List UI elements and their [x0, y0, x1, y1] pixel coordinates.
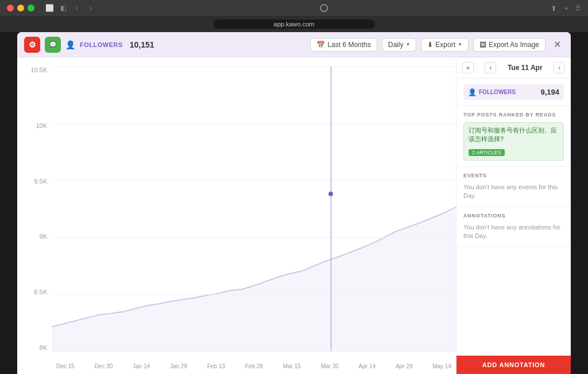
top-posts-section: TOP POSTS RANKED BY READS 订阅号和服务号有什么区别、应… [457, 106, 571, 167]
events-empty-text: You don't have any events for this Day. [463, 183, 564, 201]
date-range-btn[interactable]: 📅 Last 6 Months [310, 38, 377, 52]
address-bar[interactable]: app.kawo.com [214, 20, 374, 29]
y-label-95k: 9.5K [34, 178, 47, 185]
calendar-icon: 📅 [316, 41, 325, 49]
add-annotation-btn[interactable]: ADD ANNOTATION [457, 356, 571, 374]
titlebar: ⬜ ◧ ‹ › ⬆ + ⠿ [0, 0, 588, 16]
chart-svg [52, 67, 456, 351]
date-next-btn[interactable]: › [554, 62, 565, 73]
chart-area: 10.5K 10K 9.5K 9K 8.5K 8K [17, 57, 456, 374]
close-window-btn[interactable] [7, 5, 14, 11]
current-date: Tue 11 Apr [508, 64, 543, 72]
browser-chrome: ⬜ ◧ ‹ › ⬆ + ⠿ app.kawo.com [0, 0, 588, 32]
x-label-apr29: Apr 29 [396, 363, 412, 369]
back-btn[interactable]: ⬜ [44, 2, 55, 14]
export-image-label: Export As Image [489, 41, 539, 49]
y-label-8k: 8K [40, 344, 47, 351]
x-label-may14: May 14 [432, 363, 451, 369]
x-axis: Dec 15 Dec 30 Jan 14 Jan 29 Feb 13 Feb 2… [52, 363, 456, 369]
followers-icon: 👤 [65, 40, 75, 49]
top-posts-title: TOP POSTS RANKED BY READS [463, 112, 564, 118]
share-icon: ⬆ [551, 4, 557, 13]
followers-row-icon: 👤 [468, 88, 477, 96]
annotations-empty-text: You don't have any annotations for this … [463, 223, 564, 241]
maximize-window-btn[interactable] [28, 5, 34, 11]
add-tab-icon: + [564, 4, 568, 13]
interval-label: Daily [388, 41, 404, 49]
browser-nav: ⬜ ◧ ‹ › [44, 2, 96, 14]
export-label: Export [435, 41, 455, 49]
top-post-badge: 2 ARTICLES [469, 149, 505, 156]
x-label-dec15: Dec 15 [56, 363, 75, 369]
sidebar-toggle[interactable]: ◧ [57, 2, 69, 14]
followers-row-label: FOLLOWERS [479, 89, 516, 95]
nav-back[interactable]: ‹ [71, 2, 83, 14]
followers-section: 👤 FOLLOWERS 9,194 [457, 79, 571, 106]
brand-logo: ⚙ [29, 40, 36, 49]
x-label-mar15: Mar 15 [283, 363, 301, 369]
followers-row-count: 9,194 [540, 88, 559, 96]
y-label-10k: 10K [36, 122, 47, 129]
grid-icon: ⠿ [575, 4, 581, 13]
wechat-icon: 💬 [49, 41, 56, 48]
toolbar-right: 📅 Last 6 Months Daily ▼ ⬇ Export ▼ 🖼 Exp… [310, 38, 564, 52]
x-label-apr14: Apr 14 [359, 363, 376, 369]
address-bar-row: app.kawo.com [0, 16, 588, 32]
privacy-icon [320, 4, 328, 12]
export-image-btn[interactable]: 🖼 Export As Image [473, 38, 546, 52]
date-range-label: Last 6 Months [327, 41, 370, 49]
close-btn[interactable]: ✕ [550, 38, 564, 52]
toolbar: ⚙ 💬 👤 FOLLOWERS 10,151 📅 Last 6 Months D… [17, 32, 571, 57]
followers-count: 10,151 [130, 40, 154, 49]
y-label-9k: 9K [40, 233, 47, 240]
date-nav: « ‹ Tue 11 Apr › [457, 57, 571, 79]
traffic-lights [7, 5, 34, 11]
x-label-jan14: Jan 14 [133, 363, 150, 369]
export-chevron-icon: ▼ [458, 42, 462, 47]
brand-icon-green: 💬 [45, 37, 61, 53]
events-section: EVENTS You don't have any events for thi… [457, 167, 571, 207]
x-label-mar30: Mar 30 [321, 363, 339, 369]
x-label-jan29: Jan 29 [170, 363, 187, 369]
right-panel: « ‹ Tue 11 Apr › 👤 FOLLOWERS 9,194 TOP P… [456, 57, 571, 374]
top-post-card[interactable]: 订阅号和服务号有什么区别、应该怎样选择? 2 ARTICLES [463, 122, 564, 161]
x-label-feb28: Feb 28 [245, 363, 263, 369]
date-prev-btn[interactable]: ‹ [485, 62, 496, 73]
export-icon: ⬇ [427, 41, 433, 49]
followers-label: FOLLOWERS [80, 41, 123, 48]
y-axis: 10.5K 10K 9.5K 9K 8.5K 8K [17, 67, 52, 351]
followers-fill [52, 207, 456, 351]
window-controls: ⬆ + ⠿ [551, 4, 581, 13]
followers-row: 👤 FOLLOWERS 9,194 [463, 84, 564, 100]
minimize-window-btn[interactable] [17, 5, 24, 11]
main-content: 10.5K 10K 9.5K 9K 8.5K 8K [17, 57, 571, 374]
y-label-105k: 10.5K [30, 67, 47, 73]
top-post-text: 订阅号和服务号有什么区别、应该怎样选择? [469, 126, 559, 144]
app-window: ⚙ 💬 👤 FOLLOWERS 10,151 📅 Last 6 Months D… [17, 32, 571, 374]
date-prev-prev-btn[interactable]: « [462, 62, 474, 73]
x-label-feb13: Feb 13 [207, 363, 225, 369]
y-label-85k: 8.5K [34, 289, 47, 295]
toolbar-left: ⚙ 💬 👤 FOLLOWERS 10,151 [24, 37, 154, 53]
brand-icon-red: ⚙ [24, 37, 40, 53]
x-label-dec30: Dec 30 [95, 363, 113, 369]
events-title: EVENTS [463, 173, 564, 178]
export-btn[interactable]: ⬇ Export ▼ [421, 38, 469, 52]
export-image-icon: 🖼 [479, 41, 486, 49]
annotations-title: ANNOTATIONS [463, 213, 564, 219]
interval-btn[interactable]: Daily ▼ [382, 38, 417, 52]
marker-line [331, 67, 331, 351]
nav-forward[interactable]: › [85, 2, 96, 14]
annotations-section: ANNOTATIONS You don't have any annotatio… [457, 207, 571, 247]
grid-line-6 [52, 351, 456, 352]
chart-canvas [52, 67, 456, 351]
chevron-down-icon: ▼ [405, 42, 410, 47]
